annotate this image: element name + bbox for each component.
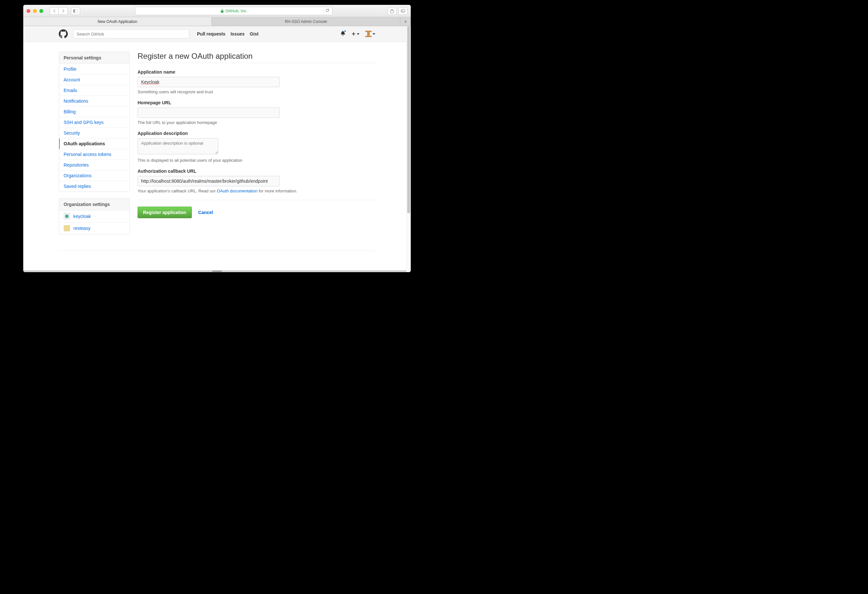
sidebar-item-ssh-keys[interactable]: SSH and GPG keys	[59, 117, 130, 128]
page-body: Personal settings Profile Account Emails…	[23, 42, 411, 270]
org-avatar-icon	[63, 213, 70, 220]
nav-buttons	[50, 7, 68, 15]
reload-icon[interactable]	[325, 8, 330, 13]
homepage-note: The full URL to your application homepag…	[137, 120, 375, 125]
tab-new-oauth[interactable]: New OAuth Application	[23, 17, 212, 26]
url-bar[interactable]: GitHub, Inc.	[135, 7, 333, 15]
sidebar-item-oauth-apps[interactable]: OAuth applications	[59, 139, 130, 149]
register-button[interactable]: Register application	[137, 206, 192, 218]
browser-window: GitHub, Inc. New OAuth Application RH-SS…	[23, 5, 411, 272]
scrollbar-thumb[interactable]	[407, 26, 410, 214]
minimize-window-button[interactable]	[33, 9, 37, 13]
menu-header: Personal settings	[59, 52, 130, 64]
tab-label: RH-SSO Admin Console	[285, 19, 327, 24]
scrollbar[interactable]	[406, 26, 411, 272]
sidebar-item-profile[interactable]: Profile	[59, 64, 130, 75]
search-input[interactable]	[73, 29, 189, 38]
callback-input[interactable]	[137, 176, 280, 186]
svg-rect-1	[73, 9, 75, 13]
callback-label: Authorization callback URL	[137, 168, 375, 174]
close-window-button[interactable]	[27, 9, 30, 13]
app-name-label: Application name	[137, 69, 375, 75]
sidebar-item-repositories[interactable]: Repositories	[59, 160, 130, 171]
notification-indicator	[344, 30, 347, 32]
org-item-keycloak[interactable]: keycloak	[59, 211, 130, 223]
header-nav: Pull requests Issues Gist	[197, 31, 259, 37]
sidebar-toggle-button[interactable]	[71, 7, 80, 15]
org-item-resteasy[interactable]: resteasy	[59, 223, 130, 234]
field-app-name: Application name Something users will re…	[137, 69, 375, 94]
github-logo-icon[interactable]	[59, 29, 68, 38]
field-description: Application description This is displaye…	[137, 131, 375, 163]
new-tab-button[interactable]: +	[400, 17, 411, 26]
nav-issues[interactable]: Issues	[230, 31, 245, 37]
window-resize-handle[interactable]	[23, 270, 411, 272]
org-settings-menu: Organization settings keycloak resteasy	[59, 198, 130, 234]
forward-button[interactable]	[59, 7, 68, 15]
sidebar-item-notifications[interactable]: Notifications	[59, 96, 130, 106]
callback-note: Your application's callback URL. Read ou…	[137, 189, 375, 193]
app-name-input[interactable]	[137, 77, 280, 87]
field-callback: Authorization callback URL Your applicat…	[137, 168, 375, 193]
window-controls	[27, 9, 43, 13]
org-name: keycloak	[73, 214, 91, 219]
new-menu-button[interactable]	[351, 32, 359, 36]
cancel-button[interactable]: Cancel	[198, 210, 213, 215]
sidebar-item-saved-replies[interactable]: Saved replies	[59, 181, 130, 192]
main-content: Register a new OAuth application Applica…	[137, 52, 375, 241]
desc-textarea[interactable]	[137, 138, 218, 154]
url-label: GitHub, Inc.	[225, 8, 248, 13]
sidebar-item-emails[interactable]: Emails	[59, 85, 130, 96]
sidebar-item-tokens[interactable]: Personal access tokens	[59, 149, 130, 160]
app-name-note: Something users will recognize and trust	[137, 90, 375, 94]
share-button[interactable]	[388, 7, 397, 15]
nav-pull-requests[interactable]: Pull requests	[197, 31, 225, 37]
personal-settings-menu: Personal settings Profile Account Emails…	[59, 52, 130, 192]
field-homepage: Homepage URL The full URL to your applic…	[137, 100, 375, 125]
homepage-label: Homepage URL	[137, 100, 375, 105]
titlebar: GitHub, Inc.	[23, 5, 411, 17]
desc-note: This is displayed to all potential users…	[137, 158, 375, 163]
divider	[137, 63, 375, 63]
titlebar-right	[388, 7, 407, 15]
sidebar-item-account[interactable]: Account	[59, 75, 130, 85]
homepage-input[interactable]	[137, 108, 280, 118]
menu-header: Organization settings	[59, 199, 130, 211]
user-menu-button[interactable]	[365, 31, 375, 37]
sidebar-item-security[interactable]: Security	[59, 128, 130, 139]
github-header: Pull requests Issues Gist	[23, 26, 411, 42]
notifications-button[interactable]	[340, 31, 345, 37]
sidebar-item-billing[interactable]: Billing	[59, 106, 130, 117]
tabs-button[interactable]	[399, 7, 407, 15]
form-actions: Register application Cancel	[137, 206, 375, 218]
page-title: Register a new OAuth application	[137, 52, 375, 61]
avatar	[365, 31, 372, 37]
back-button[interactable]	[50, 7, 59, 15]
svg-rect-5	[402, 9, 405, 12]
chevron-down-icon	[373, 33, 375, 35]
desc-label: Application description	[137, 131, 375, 136]
oauth-docs-link[interactable]: OAuth documentation	[217, 189, 258, 193]
org-avatar-icon	[63, 225, 70, 231]
svg-rect-2	[221, 11, 223, 13]
tab-bar: New OAuth Application RH-SSO Admin Conso…	[23, 17, 411, 26]
settings-sidebar: Personal settings Profile Account Emails…	[59, 52, 130, 241]
tab-label: New OAuth Application	[97, 19, 137, 24]
sidebar-item-organizations[interactable]: Organizations	[59, 171, 130, 181]
divider	[137, 200, 375, 200]
tab-rhsso[interactable]: RH-SSO Admin Console	[212, 17, 400, 26]
org-name: resteasy	[73, 226, 90, 231]
footer-divider	[59, 251, 375, 251]
maximize-window-button[interactable]	[39, 9, 43, 13]
nav-gist[interactable]: Gist	[250, 31, 259, 37]
chevron-down-icon	[357, 33, 359, 35]
